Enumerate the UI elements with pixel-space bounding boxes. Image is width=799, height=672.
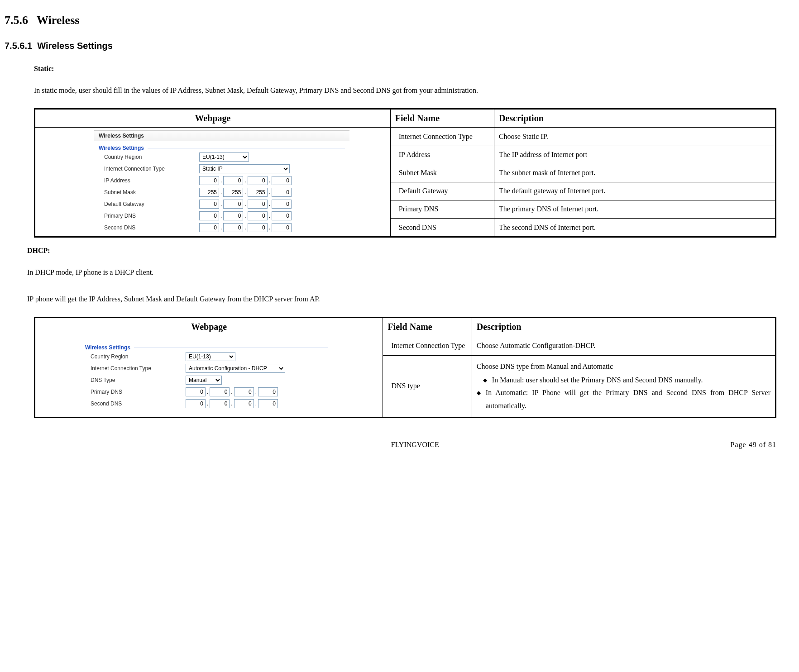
gw-o1[interactable] [199,200,219,209]
dhcp-sdns-o3[interactable] [234,399,254,408]
wireless-settings-screenshot-dhcp: Wireless Settings Country Region EU(1-13… [81,341,333,412]
select-ict-static[interactable]: Static IP [199,164,290,173]
static-row-1-field: IP Address [390,146,494,164]
dhcp-pdns-o3[interactable] [234,387,254,396]
pdns-o4[interactable] [272,211,292,220]
dns-desc-b1: In Manual: user should set the Primary D… [483,374,770,387]
dns-desc-b2: In Automatic: IP Phone will get the Prim… [477,386,770,413]
static-row-0-desc: Choose Static IP. [494,128,775,146]
static-webpage-cell: Wireless Settings Wireless Settings Coun… [35,128,391,237]
label-ip-address: IP Address [104,177,199,184]
label-subnet-mask: Subnet Mask [104,189,199,195]
col-webpage: Webpage [35,109,391,128]
dhcp-desc-2: IP phone will get the IP Address, Subnet… [27,291,794,308]
dhcp-pdns-o1[interactable] [186,387,206,396]
static-row-4-desc: The primary DNS of Internet port. [494,200,775,219]
footer-right: Page 49 of 81 [731,441,776,449]
dhcp-row-1-desc: Choose DNS type from Manual and Automati… [472,355,775,417]
sdns-o2[interactable] [223,223,243,232]
dhcp-col-description: Description [472,318,775,336]
sdns-o3[interactable] [248,223,268,232]
dhcp-col-field-name: Field Name [383,318,472,336]
static-row-3-desc: The default gateway of Internet port. [494,182,775,200]
dhcp-desc-1: In DHCP mode, IP phone is a DHCP client. [27,264,794,281]
sdns-o1[interactable] [199,223,219,232]
dhcp-label-second-dns: Second DNS [91,400,186,407]
heading-1-text: Wireless [37,14,79,27]
page-footer: FLYINGVOICE Page 49 of 81 [5,441,794,449]
col-field-name: Field Name [390,109,494,128]
dns-desc-intro: Choose DNS type from Manual and Automati… [477,360,770,373]
dhcp-title: DHCP: [27,247,794,255]
dhcp-row-0-field: Internet Connection Type [383,336,472,356]
static-row-2-desc: The subnet mask of Internet port. [494,164,775,182]
static-title: Static: [34,65,776,73]
static-row-2-field: Subnet Mask [390,164,494,182]
gw-o2[interactable] [223,200,243,209]
dhcp-pdns-o2[interactable] [210,387,230,396]
dhcp-group-title-line [134,348,328,348]
dhcp-label-country-region: Country Region [91,353,186,360]
heading-1-num: 7.5.6 [5,14,28,27]
dhcp-webpage-cell: Wireless Settings Country Region EU(1-13… [35,336,383,418]
heading-2-num: 7.5.6.1 [5,41,32,51]
gw-o3[interactable] [248,200,268,209]
dhcp-label-ict: Internet Connection Type [91,365,186,372]
heading-2-text: Wireless Settings [37,41,113,51]
dhcp-sdns-o4[interactable] [258,399,278,408]
dhcp-sdns-o1[interactable] [186,399,206,408]
ip-address-o2[interactable] [223,176,243,185]
pdns-o1[interactable] [199,211,219,220]
wireless-settings-screenshot-static: Wireless Settings Wireless Settings Coun… [94,128,349,236]
dhcp-table: Webpage Field Name Description Wireless … [34,317,776,418]
ip-address-o4[interactable] [272,176,292,185]
label-ict: Internet Connection Type [104,166,199,172]
col-description: Description [494,109,775,128]
group-title-text: Wireless Settings [99,145,144,151]
static-row-5-field: Second DNS [390,219,494,237]
ip-address-o3[interactable] [248,176,268,185]
dhcp-label-dns-type: DNS Type [91,377,186,383]
static-row-0-field: Internet Connection Type [390,128,494,146]
pdns-o2[interactable] [223,211,243,220]
gw-o4[interactable] [272,200,292,209]
subnet-o1[interactable] [199,188,219,197]
label-primary-dns: Primary DNS [104,213,199,219]
dhcp-select-dns-type[interactable]: Manual [186,376,222,385]
group-title-line [148,148,345,148]
footer-left [9,441,100,449]
dhcp-col-webpage: Webpage [35,318,383,336]
label-country-region: Country Region [104,154,199,160]
dhcp-group-title-text: Wireless Settings [85,344,130,351]
dhcp-select-ict[interactable]: Automatic Configuration - DHCP [186,364,285,373]
label-default-gw: Default Gateway [104,201,199,207]
static-table: Webpage Field Name Description Wireless … [34,108,776,238]
dhcp-pdns-o4[interactable] [258,387,278,396]
static-row-3-field: Default Gateway [390,182,494,200]
subnet-o4[interactable] [272,188,292,197]
dhcp-label-primary-dns: Primary DNS [91,389,186,395]
dhcp-select-country-region[interactable]: EU(1-13) [186,352,235,361]
dhcp-row-1-field: DNS type [383,355,472,417]
sdns-o4[interactable] [272,223,292,232]
static-row-4-field: Primary DNS [390,200,494,219]
subnet-o2[interactable] [223,188,243,197]
label-second-dns: Second DNS [104,224,199,231]
dhcp-sdns-o2[interactable] [210,399,230,408]
select-country-region[interactable]: EU(1-13) [199,153,249,162]
heading-2: 7.5.6.1 Wireless Settings [5,41,794,51]
static-row-5-desc: The second DNS of Internet port. [494,219,775,237]
ip-address-o1[interactable] [199,176,219,185]
heading-1: 7.5.6 Wireless [5,14,794,27]
static-desc: In static mode, user should fill in the … [34,82,776,99]
pdns-o3[interactable] [248,211,268,220]
static-row-1-desc: The IP address of Internet port [494,146,775,164]
panel-title: Wireless Settings [94,130,349,141]
group-title: Wireless Settings [94,144,349,151]
subnet-o3[interactable] [248,188,268,197]
dhcp-group-title: Wireless Settings [81,343,333,351]
dhcp-row-0-desc: Choose Automatic Configuration-DHCP. [472,336,775,356]
footer-center: FLYINGVOICE [100,441,731,449]
